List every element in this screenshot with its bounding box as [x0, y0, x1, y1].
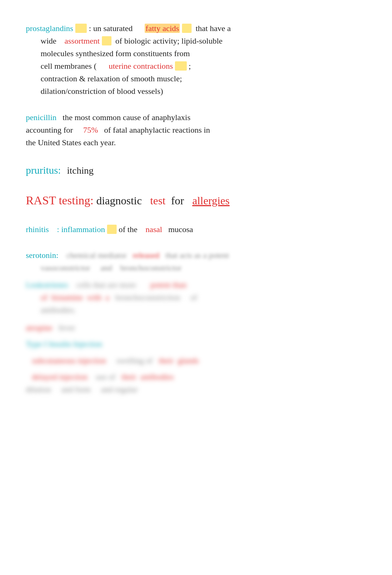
term-rast: RAST testing:: [26, 194, 93, 207]
highlight-assortment: [102, 36, 111, 45]
highlight-rhinitis-inflammation: [107, 225, 117, 234]
prostaglandins-line2: wide assortment of biologic activity; li…: [26, 35, 366, 47]
rhinitis-space1: [51, 225, 55, 234]
rhinitis-mucosa: mucosa: [164, 225, 193, 234]
percent-75: 75%: [83, 125, 98, 135]
highlight-fatty-acids: [182, 24, 192, 33]
serotonin-line3: Leukotrienes cells that are more potent …: [26, 279, 366, 291]
serotonin-line7: Type I Insulin Injection: [26, 338, 366, 350]
section-prostaglandins: prostaglandins : un saturated fatty acid…: [26, 22, 366, 98]
rast-for: for: [168, 194, 189, 207]
serotonin-blurred-3: that acts as a potent: [165, 251, 229, 260]
section-rast: RAST testing: diagnostic test for allerg…: [26, 191, 366, 210]
penicillin-line3: the United States each year.: [26, 136, 366, 149]
prostaglandins-line4: cell membranes ( uterine contractions ;: [26, 60, 366, 72]
serotonin-line8: subcutaneous injection swelling of their…: [26, 354, 366, 367]
pruritus-definition: itching: [67, 165, 93, 176]
serotonin-line1: serotonin: chemical mediator released th…: [26, 249, 366, 262]
fatty-acids-text: fatty acids: [145, 24, 180, 33]
prostaglandins-line6: dilation/constriction of blood vessels): [26, 85, 366, 98]
serotonin-blurred-1: chemical mediator: [66, 251, 127, 260]
text-un: : un saturated: [89, 24, 143, 33]
section-pruritus: pruritus: itching: [26, 162, 366, 178]
uterine-contractions-text: uterine contractions: [109, 61, 173, 71]
section-rhinitis: rhinitis : inflammation of the nasal muc…: [26, 223, 366, 236]
page-content: prostaglandins : un saturated fatty acid…: [26, 22, 366, 396]
rast-test-word: test: [150, 194, 166, 207]
rhinitis-colon: : inflammation: [57, 225, 105, 234]
rast-allergies: allergies: [192, 194, 230, 207]
serotonin-line6: atropine fever: [26, 321, 366, 334]
serotonin-line4: of histamine with a bronchoconstriction …: [26, 291, 366, 304]
term-penicillin: penicillin: [26, 113, 56, 122]
penicillin-line2: accounting for 75% of fatal anaphylactic…: [26, 124, 366, 136]
serotonin-spacer: [26, 274, 366, 279]
serotonin-line2: vasoconstrictor and bronchoconstrictor: [26, 262, 366, 274]
prostaglandins-line5: contraction & relaxation of smooth muscl…: [26, 72, 366, 85]
term-pruritus: pruritus:: [26, 164, 61, 176]
section-serotonin: serotonin: chemical mediator released th…: [26, 249, 366, 396]
term-serotonin: serotonin:: [26, 251, 58, 260]
serotonin-line5: antibodies.: [26, 304, 366, 316]
section-penicillin: penicillin the most common cause of anap…: [26, 111, 366, 149]
text-that: that have a: [193, 24, 231, 33]
serotonin-line9: delayed injection use of their antibodie…: [26, 371, 366, 383]
highlight-prostaglandins: [75, 24, 87, 33]
assortment-text: assortment: [65, 36, 100, 45]
term-prostaglandins: prostaglandins: [26, 24, 73, 33]
rhinitis-nasal: nasal: [145, 225, 162, 234]
rast-diagnostic: diagnostic: [96, 194, 147, 207]
serotonin-line10: dilution and form and regular: [26, 383, 366, 396]
highlight-uterine: [175, 61, 187, 71]
rhinitis-of-the: of the: [119, 225, 144, 234]
serotonin-blurred-2: released: [133, 251, 159, 260]
prostaglandins-line1: prostaglandins : un saturated fatty acid…: [26, 22, 366, 35]
prostaglandins-line3: molecules synthesized form constituents …: [26, 47, 366, 60]
term-rhinitis: rhinitis: [26, 225, 49, 234]
penicillin-line1: penicillin the most common cause of anap…: [26, 111, 366, 124]
